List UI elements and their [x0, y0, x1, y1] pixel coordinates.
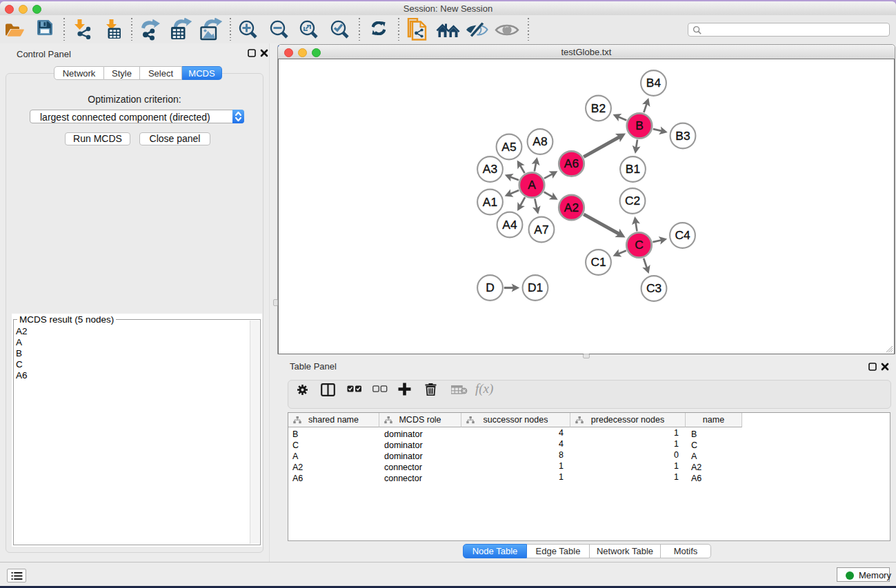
svg-text:A2: A2: [564, 201, 579, 214]
svg-text:C3: C3: [646, 281, 661, 295]
svg-text:D1: D1: [528, 281, 543, 294]
svg-text:C: C: [635, 238, 644, 252]
svg-text:A5: A5: [501, 140, 516, 154]
svg-text:A1: A1: [483, 195, 497, 209]
svg-text:B4: B4: [646, 76, 661, 90]
svg-text:A4: A4: [502, 218, 517, 232]
svg-text:C2: C2: [625, 194, 640, 207]
svg-text:A8: A8: [532, 134, 547, 148]
svg-text:D: D: [486, 281, 495, 294]
svg-text:C1: C1: [590, 255, 606, 269]
svg-text:C4: C4: [675, 228, 690, 242]
svg-text:B2: B2: [591, 101, 606, 115]
svg-text:B: B: [635, 119, 644, 132]
svg-text:B1: B1: [626, 162, 640, 176]
svg-text:A3: A3: [483, 162, 497, 176]
svg-text:A6: A6: [564, 156, 579, 170]
svg-text:A: A: [528, 178, 536, 192]
svg-text:B3: B3: [675, 129, 690, 143]
svg-text:A7: A7: [534, 223, 548, 236]
